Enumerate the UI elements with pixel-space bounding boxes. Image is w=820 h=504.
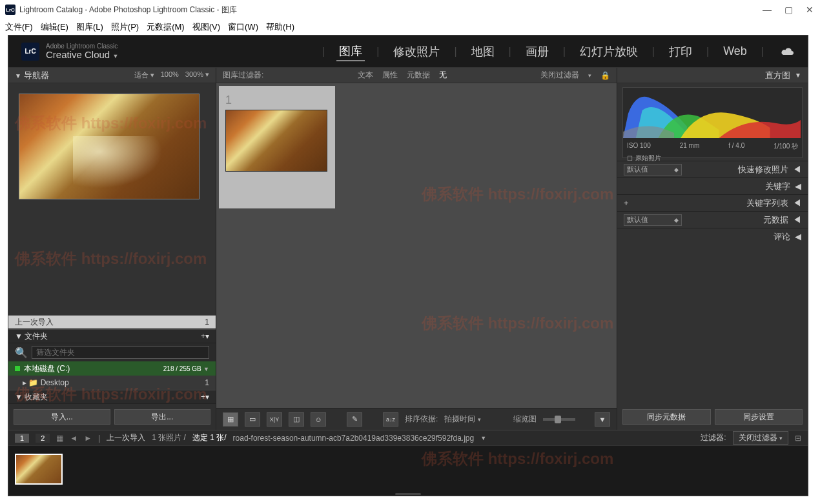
comments-title: 评论 [774,231,790,243]
grid-view[interactable]: 1 [216,83,617,408]
menu-edit[interactable]: 编辑(E) [41,21,68,33]
volume-row[interactable]: 本地磁盘 (C:) 218 / 255 GB ▼ [8,361,216,376]
zoom-fit[interactable]: 适合 ▾ [134,70,154,80]
folders-header[interactable]: ▼ 文件夹 +▾ [8,329,216,343]
module-slideshow[interactable]: 幻灯片放映 [577,43,641,61]
volume-space: 218 / 255 GB [163,365,201,372]
filter-attribute[interactable]: 属性 [382,70,398,81]
filmstrip-resize-handle[interactable] [8,492,808,496]
navigator-title: 导航器 [24,70,49,80]
export-button[interactable]: 导出... [114,409,211,425]
menu-library[interactable]: 图库(L) [76,21,103,33]
add-collection-icon[interactable]: +▾ [201,392,209,401]
thumb-size-slider[interactable] [543,418,575,421]
collections-header[interactable]: ▼ 收藏夹 +▾ [8,390,216,404]
module-develop[interactable]: 修改照片 [391,43,442,61]
histo-shutter: 1/100 秒 [774,142,798,151]
grid-cell[interactable]: 1 [219,86,335,208]
breadcrumb-source[interactable]: 上一次导入 [107,432,145,443]
center-panel: 图库过滤器: 文本 属性 元数据 无 关闭过滤器 ▾ 🔒 1 ▦ ▭ [216,68,617,430]
brand-line2[interactable]: Creative Cloud [46,49,110,60]
menu-window[interactable]: 窗口(W) [228,21,258,33]
brand-icon: LrC [21,43,39,61]
brand-menu-caret[interactable]: ▼ [112,53,118,59]
metadata-header[interactable]: 默认值◆ 元数据 ◀ [617,211,808,228]
filter-lock-icon[interactable]: 🔒 [600,71,610,80]
loupe-view-icon[interactable]: ▭ [245,412,260,427]
filter-switch-icon[interactable]: ⊟ [795,434,801,443]
filter-text[interactable]: 文本 [358,70,373,81]
filter-metadata[interactable]: 元数据 [407,70,430,81]
cloud-sync-icon[interactable] [781,46,795,57]
toolbar-menu-icon[interactable]: ▼ [595,412,610,427]
keywords-header[interactable]: 关键字 ◀ [617,177,808,194]
close-icon[interactable]: ✕ [806,5,814,15]
zoom-300[interactable]: 300% ▾ [185,70,209,80]
folder-item-desktop[interactable]: ▸ 📁 Desktop 1 [8,376,216,390]
navigator-image[interactable] [19,94,200,199]
module-print[interactable]: 打印 [666,43,695,61]
secondary-display-1[interactable]: 1 [15,434,29,443]
module-map[interactable]: 地图 [469,43,497,61]
breadcrumb-caret-icon[interactable]: ▼ [480,435,486,441]
search-icon: 🔍 [15,347,28,359]
close-filter[interactable]: 关闭过滤器 [540,70,579,81]
compare-view-icon[interactable]: X|Y [267,412,282,427]
menu-file[interactable]: 文件(F) [5,21,33,33]
volume-label: 本地磁盘 (C:) [24,364,70,373]
menu-metadata[interactable]: 元数据(M) [147,21,185,33]
folder-label: Desktop [41,378,69,387]
status-bar: 1 2 ▦ ◄ ► | 上一次导入 1 张照片 / 选定 1 张/ road-f… [8,430,808,445]
module-book[interactable]: 画册 [523,43,551,61]
people-view-icon[interactable]: ☺ [311,412,326,427]
grid-thumbnail[interactable] [225,110,327,172]
selected-count: 选定 1 张/ [192,432,227,443]
minimize-icon[interactable]: — [763,5,772,15]
collections-title: 收藏夹 [25,392,48,401]
status-filter-combo[interactable]: 关闭过滤器 ▾ [733,431,788,445]
nav-forward-icon[interactable]: ► [84,434,92,443]
original-checkbox-icon[interactable]: ☐ [627,155,633,162]
grid-view-icon[interactable]: ▦ [223,412,238,427]
maximize-icon[interactable]: ▢ [784,5,793,15]
import-button[interactable]: 导入... [14,409,110,425]
painter-icon[interactable]: ✎ [347,412,362,427]
histogram-panel[interactable]: ISO 100 21 mm f / 4.0 1/100 秒 ☐原始照片 [622,87,803,158]
add-folder-icon[interactable]: +▾ [201,332,209,341]
metadata-title: 元数据 [763,215,788,225]
folders-search-input[interactable] [32,346,209,359]
keyword-list-header[interactable]: + 关键字列表 ◀ [617,194,808,211]
sync-settings-button[interactable]: 同步设置 [715,409,803,425]
add-keyword-icon[interactable]: + [624,198,629,208]
module-library[interactable]: 图库 [336,42,365,61]
catalog-last-import[interactable]: 上一次导入 1 [8,315,216,329]
secondary-display-2[interactable]: 2 [36,434,50,443]
navigator-header[interactable]: ▼ 导航器 适合 ▾ 100% 300% ▾ [8,68,216,83]
grid-small-icon[interactable]: ▦ [56,434,63,443]
histo-original: 原始照片 [635,154,661,163]
filmstrip-thumb[interactable] [15,454,63,485]
module-web[interactable]: Web [721,43,750,59]
histogram-header[interactable]: 直方图 ▼ [617,68,808,83]
nav-back-icon[interactable]: ◄ [70,434,77,443]
app-icon: LrC [5,5,15,15]
zoom-100[interactable]: 100% [161,70,179,80]
survey-view-icon[interactable]: ◫ [289,412,304,427]
current-filename: road-forest-season-autumn-acb7a2b0419ad3… [233,434,475,443]
sort-value[interactable]: 拍摄时间 ▾ [444,414,480,425]
histo-iso: ISO 100 [627,142,651,151]
volume-caret-icon[interactable]: ▼ [203,366,209,372]
filmstrip[interactable] [8,445,808,492]
filter-none[interactable]: 无 [439,70,447,81]
sort-direction-icon[interactable]: a↓z [383,412,398,427]
menu-view[interactable]: 视图(V) [192,21,220,33]
metadata-preset-combo[interactable]: 默认值◆ [624,214,682,226]
menu-photo[interactable]: 照片(P) [111,21,139,33]
center-toolbar: ▦ ▭ X|Y ◫ ☺ ✎ a↓z 排序依据: 拍摄时间 ▾ 缩览图 ▼ [216,408,617,430]
sync-metadata-button[interactable]: 同步元数据 [622,409,711,425]
app-body: LrC Adobe Lightroom Classic Creative Clo… [8,35,808,496]
comments-header[interactable]: 评论 ◀ [617,228,808,245]
quick-preset-combo[interactable]: 默认值◆ [624,164,682,176]
last-import-count: 1 [205,318,209,327]
menu-help[interactable]: 帮助(H) [266,21,294,33]
